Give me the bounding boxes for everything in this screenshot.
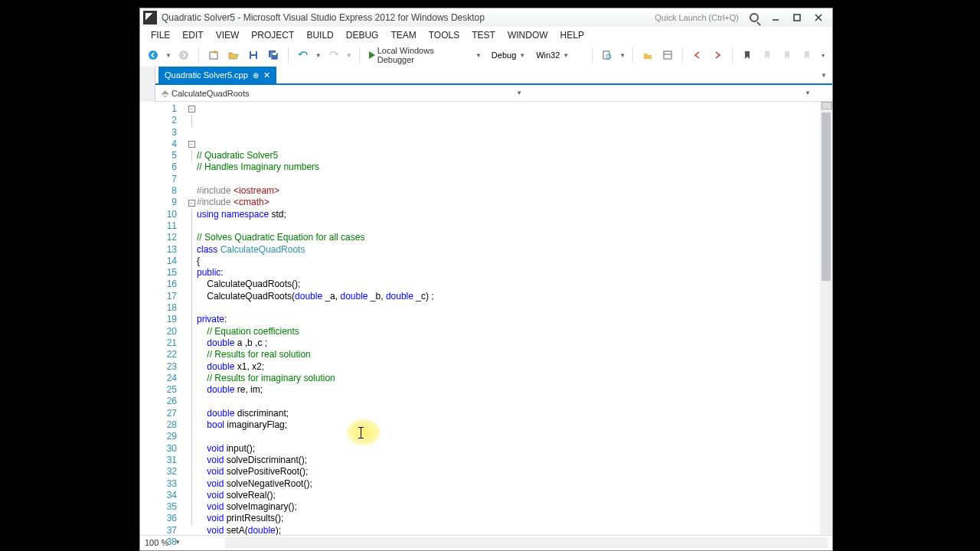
window-title: Quadratic Solver5 - Microsoft Visual Stu… xyxy=(162,12,655,23)
maximize-button[interactable] xyxy=(786,11,808,24)
editor-statusbar: 100 % ▼ xyxy=(140,535,832,549)
svg-point-5 xyxy=(179,51,188,60)
bookmark-icon[interactable] xyxy=(739,47,756,64)
fold-column[interactable]: −−− xyxy=(186,102,197,535)
search-icon[interactable] xyxy=(743,11,765,24)
close-button[interactable] xyxy=(808,11,829,24)
menu-edit[interactable]: EDIT xyxy=(176,28,209,42)
file-tab[interactable]: Quadratic Solver5.cpp ⊕ ✕ xyxy=(158,67,276,83)
config-combo[interactable]: Debug▼ xyxy=(488,49,529,61)
undo-dropdown-icon[interactable]: ▼ xyxy=(315,47,322,64)
menu-build[interactable]: BUILD xyxy=(300,28,339,42)
app-window: Quadratic Solver5 - Microsoft Visual Stu… xyxy=(139,8,833,551)
clear-bookmarks-icon[interactable] xyxy=(799,47,815,64)
start-debugging-button[interactable]: Local Windows Debugger ▼ xyxy=(366,44,485,66)
save-icon[interactable] xyxy=(245,47,262,64)
find-dropdown-icon[interactable]: ▼ xyxy=(619,47,626,64)
play-icon xyxy=(369,51,375,59)
menu-tools[interactable]: TOOLS xyxy=(423,28,466,42)
redo-dropdown-icon[interactable]: ▼ xyxy=(345,47,353,64)
titlebar: Quadratic Solver5 - Microsoft Visual Stu… xyxy=(140,8,832,27)
debug-target-label: Local Windows Debugger xyxy=(377,46,473,64)
svg-rect-12 xyxy=(273,53,276,55)
quick-launch[interactable]: Quick Launch (Ctrl+Q) xyxy=(655,13,739,22)
tab-close-icon[interactable]: ✕ xyxy=(263,70,270,80)
platform-combo[interactable]: Win32▼ xyxy=(532,49,586,61)
step-back-icon[interactable] xyxy=(689,47,706,64)
minimize-button[interactable] xyxy=(765,11,786,24)
menu-project[interactable]: PROJECT xyxy=(245,28,300,42)
menu-help[interactable]: HELP xyxy=(554,28,590,42)
save-all-icon[interactable] xyxy=(265,47,282,64)
menu-view[interactable]: VIEW xyxy=(210,28,246,42)
scope-symbol: CalculateQuadRoots xyxy=(172,89,250,98)
step-forward-icon[interactable] xyxy=(709,47,726,64)
code-editor[interactable]: // Quadratic Solver5// Handles Imaginary… xyxy=(197,102,820,535)
line-number-gutter: 1234567891011121314151617181920212223242… xyxy=(140,102,186,535)
menubar: FILEEDITVIEWPROJECTBUILDDEBUGTEAMTOOLSTE… xyxy=(140,27,832,44)
menu-file[interactable]: FILE xyxy=(145,28,176,42)
toolbar-overflow-icon[interactable]: ▾ xyxy=(818,47,828,64)
menu-debug[interactable]: DEBUG xyxy=(340,28,385,42)
pin-icon[interactable]: ⊕ xyxy=(253,71,259,80)
tab-overflow-icon[interactable]: ▼ xyxy=(815,67,832,83)
vs-logo-icon xyxy=(143,11,157,24)
open-file-icon[interactable] xyxy=(225,47,242,64)
undo-icon[interactable] xyxy=(295,47,312,64)
nav-back-icon[interactable] xyxy=(145,47,162,64)
splitter-handle[interactable] xyxy=(822,102,832,109)
scroll-thumb[interactable] xyxy=(822,112,831,281)
nav-forward-icon[interactable] xyxy=(175,47,192,64)
menu-window[interactable]: WINDOW xyxy=(501,28,554,42)
svg-rect-8 xyxy=(251,51,256,54)
menu-team[interactable]: TEAM xyxy=(384,28,422,42)
nav-back-dropdown-icon[interactable]: ▼ xyxy=(165,47,172,64)
editor-area: 1234567891011121314151617181920212223242… xyxy=(140,102,832,535)
tab-well: Toolbox Quadratic Solver5.cpp ⊕ ✕ ▼ xyxy=(140,67,832,85)
svg-point-4 xyxy=(149,51,158,60)
scope-bar[interactable]: ⬘ CalculateQuadRoots ▼ ▼ xyxy=(140,85,832,102)
solution-explorer-icon[interactable] xyxy=(639,47,656,64)
prev-bookmark-icon[interactable] xyxy=(759,47,776,64)
vertical-scrollbar[interactable] xyxy=(820,102,832,535)
svg-rect-15 xyxy=(664,51,671,59)
menu-test[interactable]: TEST xyxy=(466,28,501,42)
next-bookmark-icon[interactable] xyxy=(779,47,795,64)
horizontal-scrollbar[interactable] xyxy=(225,537,828,548)
properties-icon[interactable] xyxy=(659,47,676,64)
toolbar: ▼ ▼ ▼ Local Windows Debugger ▼ Debug▼ Wi… xyxy=(140,44,832,67)
svg-rect-1 xyxy=(794,15,800,21)
find-in-files-icon[interactable] xyxy=(599,47,616,64)
svg-rect-6 xyxy=(210,52,217,59)
svg-rect-9 xyxy=(251,56,256,59)
redo-icon[interactable] xyxy=(325,47,342,64)
class-icon: ⬘ xyxy=(162,88,168,99)
file-tab-label: Quadratic Solver5.cpp xyxy=(165,70,248,80)
new-project-icon[interactable] xyxy=(205,47,222,64)
